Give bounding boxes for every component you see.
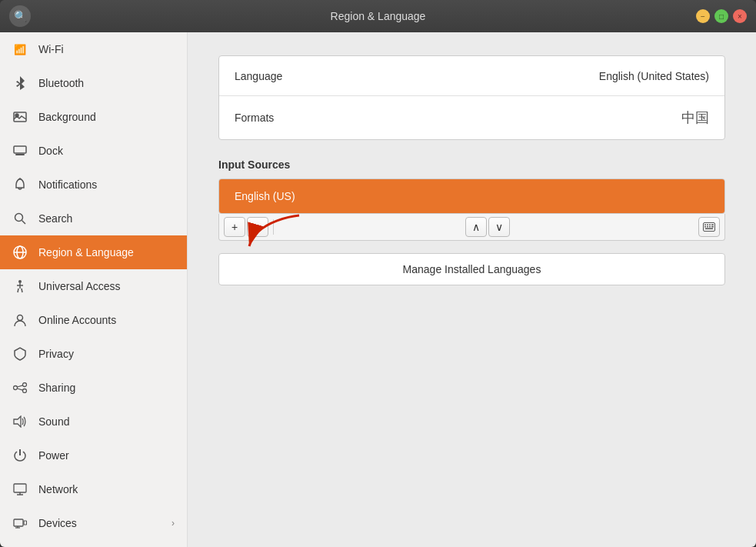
svg-point-12 [14, 386, 18, 390]
search-icon: 🔍 [14, 10, 27, 22]
main-layout: Wi-Fi Bluetooth Backgr [0, 32, 756, 547]
sidebar-item-wifi[interactable]: Wi-Fi [0, 32, 187, 66]
sidebar-item-label: Wi-Fi [38, 43, 175, 55]
sidebar-item-label: Devices [38, 517, 161, 529]
svg-point-5 [15, 214, 23, 222]
sidebar-item-privacy[interactable]: Privacy [0, 337, 187, 371]
svg-rect-22 [24, 521, 27, 525]
sidebar-item-label: Bluetooth [38, 77, 175, 89]
sidebar-item-notifications[interactable]: Notifications [0, 168, 187, 202]
svg-rect-32 [711, 225, 714, 226]
settings-window: 🔍 Region & Language − □ × Wi-Fi [0, 0, 756, 547]
svg-rect-30 [707, 225, 708, 226]
sidebar-item-background[interactable]: Background [0, 100, 187, 134]
input-sources-list: English (US) [218, 178, 725, 214]
svg-rect-37 [705, 228, 713, 230]
sidebar-item-label: Background [38, 111, 175, 123]
svg-rect-34 [707, 226, 708, 228]
move-up-button[interactable]: ∧ [465, 217, 487, 237]
svg-marker-17 [14, 416, 21, 427]
background-icon [12, 109, 28, 125]
input-sources-container: English (US) + − ∧ ∨ [218, 178, 725, 241]
sidebar-item-label: Dock [38, 145, 175, 157]
svg-line-16 [18, 389, 23, 390]
input-source-label: English (US) [235, 190, 295, 202]
sidebar-item-online[interactable]: Online Accounts [0, 303, 187, 337]
keyboard-icon [703, 222, 715, 232]
formats-label: Formats [235, 112, 274, 124]
privacy-icon [12, 346, 28, 362]
maximize-button[interactable]: □ [714, 9, 728, 23]
region-icon [12, 245, 28, 260]
svg-line-6 [22, 221, 26, 225]
move-down-button[interactable]: ∨ [488, 217, 510, 237]
svg-rect-31 [709, 225, 711, 226]
network-icon [12, 482, 28, 497]
sharing-icon [12, 380, 28, 395]
sidebar-item-sharing[interactable]: Sharing [0, 371, 187, 405]
svg-rect-2 [14, 146, 26, 153]
titlebar: 🔍 Region & Language − □ × [0, 0, 756, 32]
sidebar-item-access[interactable]: Universal Access [0, 269, 187, 303]
power-icon [12, 448, 28, 463]
dock-icon [12, 143, 28, 158]
online-icon [12, 312, 28, 328]
svg-rect-29 [704, 225, 706, 226]
sidebar-item-label: Region & Language [38, 246, 175, 258]
sidebar-item-label: Power [38, 449, 175, 462]
sidebar: Wi-Fi Bluetooth Backgr [0, 32, 188, 547]
sidebar-item-sound[interactable]: Sound [0, 405, 187, 439]
minimize-button[interactable]: − [696, 9, 710, 23]
sidebar-item-dock[interactable]: Dock [0, 134, 187, 168]
window-title: Region & Language [331, 10, 426, 22]
titlebar-title: Region & Language [331, 10, 426, 22]
sidebar-item-bluetooth[interactable]: Bluetooth [0, 66, 187, 100]
sidebar-item-label: Online Accounts [38, 314, 175, 326]
sidebar-item-details[interactable]: Details › [0, 540, 187, 547]
sound-icon [12, 414, 28, 429]
formats-row[interactable]: Formats 中国 [219, 96, 724, 139]
sidebar-item-label: Search [38, 212, 175, 225]
close-button[interactable]: × [733, 9, 747, 23]
chevron-right-icon: › [172, 518, 175, 529]
sidebar-item-label: Universal Access [38, 280, 175, 292]
input-sources-title: Input Sources [218, 158, 725, 171]
language-row[interactable]: Language English (United States) [219, 56, 724, 96]
sidebar-item-label: Sound [38, 415, 175, 428]
sidebar-item-label: Privacy [38, 348, 175, 360]
manage-languages-button[interactable]: Manage Installed Languages [218, 253, 725, 285]
devices-icon [12, 515, 28, 531]
bluetooth-icon [12, 75, 28, 91]
svg-point-10 [18, 280, 22, 283]
sidebar-item-devices[interactable]: Devices › [0, 506, 187, 540]
sidebar-item-search[interactable]: Search [0, 202, 187, 235]
sidebar-item-label: Sharing [38, 382, 175, 394]
search-icon [12, 211, 28, 226]
svg-rect-33 [704, 226, 706, 228]
formats-icon: 中国 [681, 108, 709, 127]
svg-rect-18 [14, 484, 26, 492]
access-icon [12, 279, 28, 294]
svg-point-14 [23, 389, 27, 393]
sidebar-item-label: Network [38, 483, 175, 495]
notifications-icon [12, 177, 28, 192]
svg-rect-36 [711, 226, 714, 228]
language-label: Language [235, 70, 282, 82]
svg-line-15 [18, 385, 23, 387]
input-source-english[interactable]: English (US) [219, 179, 724, 213]
svg-rect-21 [14, 519, 23, 526]
sidebar-item-power[interactable]: Power [0, 439, 187, 472]
svg-point-11 [18, 315, 23, 321]
wifi-icon [12, 42, 28, 57]
sidebar-item-region[interactable]: Region & Language [0, 235, 187, 269]
language-value: English (United States) [599, 70, 709, 82]
keyboard-settings-button[interactable] [698, 217, 720, 237]
svg-rect-35 [709, 226, 711, 228]
titlebar-search-button[interactable]: 🔍 [9, 5, 31, 27]
sidebar-item-label: Notifications [38, 178, 175, 191]
remove-source-button[interactable]: − [247, 217, 268, 237]
toolbar-separator [273, 219, 274, 235]
add-source-button[interactable]: + [224, 217, 245, 237]
sidebar-item-network[interactable]: Network [0, 472, 187, 506]
svg-rect-3 [15, 154, 25, 155]
